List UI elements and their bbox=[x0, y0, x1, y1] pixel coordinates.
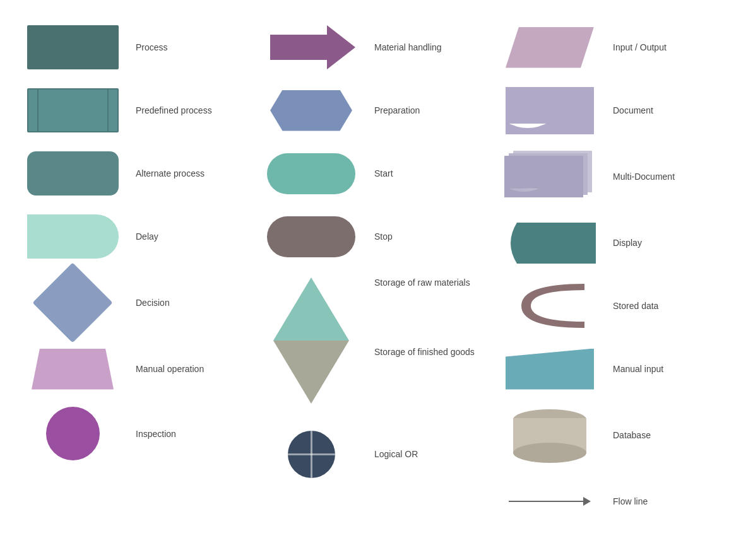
shape-delay-container bbox=[19, 214, 126, 259]
document-shape bbox=[506, 87, 594, 134]
shape-process-container bbox=[19, 25, 126, 69]
shape-alternate-container bbox=[19, 151, 126, 195]
stop-label: Stop bbox=[365, 231, 483, 242]
preparation-shape bbox=[270, 90, 352, 131]
legend-item-storage-combined: Storage of raw materials Storage of fini… bbox=[251, 271, 490, 419]
predefined-label: Predefined process bbox=[126, 105, 245, 115]
legend-item-manual-op: Manual operation bbox=[13, 341, 251, 397]
shape-start-container bbox=[258, 153, 365, 194]
legend-item-preparation: Preparation bbox=[251, 82, 490, 139]
shape-input-output-container bbox=[496, 27, 603, 68]
shape-decision-container bbox=[19, 274, 126, 331]
input-output-shape bbox=[506, 27, 594, 68]
legend-item-document: Document bbox=[490, 82, 728, 139]
flow-line-shape bbox=[509, 497, 591, 506]
start-shape bbox=[267, 153, 355, 194]
flow-line-arrow bbox=[583, 497, 591, 506]
logical-or-shape bbox=[288, 431, 335, 478]
display-shape bbox=[504, 223, 596, 264]
logical-or-label: Logical OR bbox=[365, 449, 483, 459]
shape-stop-container bbox=[258, 216, 365, 257]
legend-item-display: Display bbox=[490, 214, 728, 271]
legend-item-stored-data: Stored data bbox=[490, 277, 728, 334]
inspection-label: Inspection bbox=[126, 429, 245, 439]
legend-column-3: Input / Output Document bbox=[490, 19, 728, 530]
predefined-shape bbox=[27, 88, 119, 132]
legend-item-logical-or: Logical OR bbox=[251, 426, 490, 482]
shape-multi-document-container bbox=[496, 148, 603, 205]
storage-raw-label: Storage of raw materials bbox=[374, 277, 475, 347]
storage-finished-shape bbox=[273, 341, 349, 404]
shape-flow-line-container bbox=[496, 497, 603, 506]
legend-item-database: Database bbox=[490, 404, 728, 467]
shape-database-container bbox=[496, 407, 603, 464]
flow-line-body bbox=[509, 501, 583, 502]
input-output-label: Input / Output bbox=[603, 42, 722, 52]
legend-item-delay: Delay bbox=[13, 208, 251, 265]
manual-op-shape bbox=[32, 349, 114, 390]
legend-item-decision: Decision bbox=[13, 271, 251, 334]
legend-item-alternate: Alternate process bbox=[13, 145, 251, 202]
shape-manual-op-container bbox=[19, 349, 126, 390]
material-handling-label: Material handling bbox=[365, 42, 483, 52]
inspection-shape bbox=[46, 407, 100, 460]
legend-item-process: Process bbox=[13, 19, 251, 76]
display-label: Display bbox=[603, 238, 722, 248]
svg-point-7 bbox=[513, 443, 586, 463]
flow-line-label: Flow line bbox=[603, 496, 722, 506]
decision-label: Decision bbox=[126, 298, 245, 308]
alternate-label: Alternate process bbox=[126, 168, 245, 178]
database-shape bbox=[509, 407, 591, 464]
alternate-shape bbox=[27, 151, 119, 195]
process-shape bbox=[27, 25, 119, 69]
legend-column-1: Process Predefined process Alternate pro… bbox=[13, 19, 251, 530]
legend-item-stop: Stop bbox=[251, 208, 490, 265]
legend-item-flow-line: Flow line bbox=[490, 473, 728, 530]
shape-stored-data-container bbox=[496, 281, 603, 331]
shape-predefined-container bbox=[19, 88, 126, 132]
shape-storage-combined-container bbox=[258, 277, 365, 404]
multi-document-shape bbox=[504, 148, 596, 205]
start-label: Start bbox=[365, 168, 483, 178]
stored-data-shape bbox=[509, 281, 591, 331]
manual-input-label: Manual input bbox=[603, 364, 722, 374]
shape-manual-input-container bbox=[496, 349, 603, 390]
preparation-label: Preparation bbox=[365, 105, 483, 115]
shape-material-handling-container bbox=[258, 25, 365, 69]
database-label: Database bbox=[603, 430, 722, 440]
shape-logical-or-container bbox=[258, 431, 365, 478]
delay-label: Delay bbox=[126, 231, 245, 242]
decision-wrapper bbox=[35, 274, 110, 331]
storage-finished-label: Storage of finished goods bbox=[374, 347, 475, 416]
legend-item-predefined: Predefined process bbox=[13, 82, 251, 139]
storage-labels: Storage of raw materials Storage of fini… bbox=[365, 277, 475, 416]
legend-item-manual-input: Manual input bbox=[490, 341, 728, 397]
document-label: Document bbox=[603, 105, 722, 115]
legend-item-input-output: Input / Output bbox=[490, 19, 728, 76]
legend-item-start: Start bbox=[251, 145, 490, 202]
decision-shape bbox=[32, 262, 112, 342]
material-handling-shape bbox=[270, 25, 352, 69]
shape-display-container bbox=[496, 223, 603, 264]
process-label: Process bbox=[126, 42, 245, 52]
shape-document-container bbox=[496, 87, 603, 134]
legend-item-material-handling: Material handling bbox=[251, 19, 490, 76]
legend-grid: Process Predefined process Alternate pro… bbox=[0, 0, 741, 549]
legend-item-inspection: Inspection bbox=[13, 404, 251, 464]
multi-document-label: Multi-Document bbox=[603, 172, 722, 182]
stored-data-label: Stored data bbox=[603, 301, 722, 311]
storage-raw-shape bbox=[273, 277, 349, 341]
legend-item-multi-document: Multi-Document bbox=[490, 145, 728, 208]
shape-preparation-container bbox=[258, 90, 365, 131]
shape-inspection-container bbox=[19, 407, 126, 460]
delay-shape bbox=[27, 214, 119, 259]
manual-input-shape bbox=[506, 349, 594, 390]
stop-shape bbox=[267, 216, 355, 257]
legend-column-2: Material handling Preparation Start Stop bbox=[251, 19, 490, 530]
manual-op-label: Manual operation bbox=[126, 364, 245, 374]
